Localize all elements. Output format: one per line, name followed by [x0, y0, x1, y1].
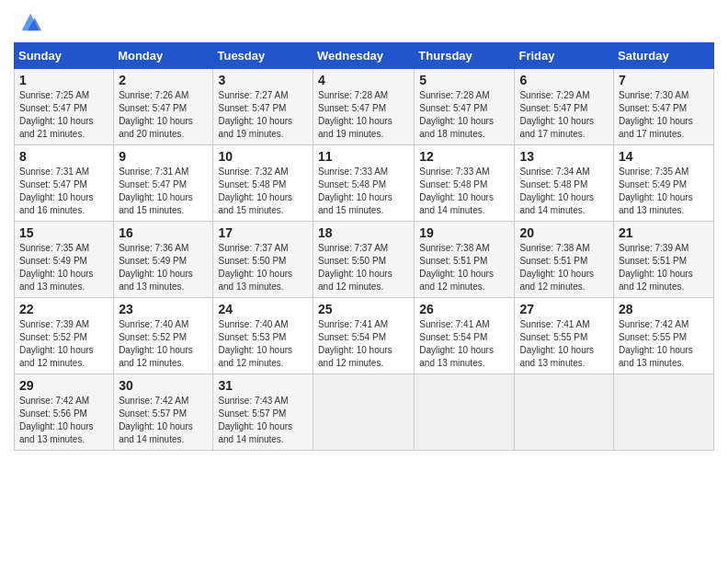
day-details: Sunrise: 7:30 AMSunset: 5:47 PMDaylight:…	[619, 90, 693, 139]
calendar-body: 1Sunrise: 7:25 AMSunset: 5:47 PMDaylight…	[15, 69, 714, 451]
calendar-table: SundayMondayTuesdayWednesdayThursdayFrid…	[14, 42, 714, 451]
day-details: Sunrise: 7:31 AMSunset: 5:47 PMDaylight:…	[19, 167, 94, 215]
day-number: 25	[318, 302, 409, 316]
day-cell: 29Sunrise: 7:42 AMSunset: 5:56 PMDayligh…	[15, 374, 114, 451]
day-number: 13	[519, 149, 609, 164]
day-details: Sunrise: 7:37 AMSunset: 5:50 PMDaylight:…	[218, 243, 292, 292]
day-cell: 1Sunrise: 7:25 AMSunset: 5:47 PMDaylight…	[15, 69, 114, 145]
day-cell	[313, 374, 415, 451]
day-cell: 15Sunrise: 7:35 AMSunset: 5:49 PMDayligh…	[15, 222, 114, 298]
day-cell: 9Sunrise: 7:31 AMSunset: 5:47 PMDaylight…	[114, 145, 213, 222]
day-number: 26	[419, 302, 509, 316]
day-details: Sunrise: 7:33 AMSunset: 5:48 PMDaylight:…	[318, 167, 392, 215]
day-details: Sunrise: 7:42 AMSunset: 5:55 PMDaylight:…	[619, 319, 693, 368]
day-details: Sunrise: 7:33 AMSunset: 5:48 PMDaylight:…	[419, 167, 494, 215]
day-details: Sunrise: 7:41 AMSunset: 5:55 PMDaylight:…	[519, 319, 594, 368]
day-details: Sunrise: 7:28 AMSunset: 5:47 PMDaylight:…	[419, 90, 494, 139]
header-cell-thursday: Thursday	[415, 43, 515, 69]
day-details: Sunrise: 7:29 AMSunset: 5:47 PMDaylight:…	[519, 90, 594, 139]
day-details: Sunrise: 7:41 AMSunset: 5:54 PMDaylight:…	[419, 319, 494, 368]
day-details: Sunrise: 7:32 AMSunset: 5:48 PMDaylight:…	[218, 167, 292, 215]
day-number: 7	[619, 73, 709, 87]
day-details: Sunrise: 7:35 AMSunset: 5:49 PMDaylight:…	[619, 167, 693, 215]
day-cell: 17Sunrise: 7:37 AMSunset: 5:50 PMDayligh…	[213, 222, 313, 298]
day-details: Sunrise: 7:26 AMSunset: 5:47 PMDaylight:…	[119, 90, 193, 139]
day-details: Sunrise: 7:38 AMSunset: 5:51 PMDaylight:…	[419, 243, 494, 292]
day-cell: 8Sunrise: 7:31 AMSunset: 5:47 PMDaylight…	[15, 145, 114, 222]
day-number: 15	[19, 225, 108, 240]
day-cell: 22Sunrise: 7:39 AMSunset: 5:52 PMDayligh…	[15, 298, 114, 374]
day-cell: 23Sunrise: 7:40 AMSunset: 5:52 PMDayligh…	[114, 298, 213, 374]
day-number: 23	[119, 302, 208, 316]
header-cell-sunday: Sunday	[15, 43, 114, 69]
day-number: 12	[419, 149, 509, 164]
day-cell: 16Sunrise: 7:36 AMSunset: 5:49 PMDayligh…	[114, 222, 213, 298]
day-details: Sunrise: 7:37 AMSunset: 5:50 PMDaylight:…	[318, 243, 392, 292]
page: SundayMondayTuesdayWednesdayThursdayFrid…	[0, 0, 728, 563]
day-details: Sunrise: 7:41 AMSunset: 5:54 PMDaylight:…	[318, 319, 392, 368]
day-number: 2	[119, 73, 208, 87]
day-cell: 7Sunrise: 7:30 AMSunset: 5:47 PMDaylight…	[614, 69, 714, 145]
day-details: Sunrise: 7:25 AMSunset: 5:47 PMDaylight:…	[19, 90, 94, 139]
day-details: Sunrise: 7:36 AMSunset: 5:49 PMDaylight:…	[119, 243, 193, 292]
day-details: Sunrise: 7:42 AMSunset: 5:57 PMDaylight:…	[119, 396, 193, 444]
week-row-4: 29Sunrise: 7:42 AMSunset: 5:56 PMDayligh…	[15, 374, 714, 451]
day-cell: 5Sunrise: 7:28 AMSunset: 5:47 PMDaylight…	[415, 69, 515, 145]
header-cell-tuesday: Tuesday	[213, 43, 313, 69]
day-number: 11	[318, 149, 409, 164]
day-number: 10	[218, 149, 308, 164]
calendar-header: SundayMondayTuesdayWednesdayThursdayFrid…	[15, 43, 714, 69]
day-cell: 26Sunrise: 7:41 AMSunset: 5:54 PMDayligh…	[415, 298, 515, 374]
day-cell: 10Sunrise: 7:32 AMSunset: 5:48 PMDayligh…	[213, 145, 313, 222]
day-details: Sunrise: 7:38 AMSunset: 5:51 PMDaylight:…	[519, 243, 594, 292]
day-cell: 3Sunrise: 7:27 AMSunset: 5:47 PMDaylight…	[213, 69, 313, 145]
day-number: 27	[519, 302, 609, 316]
day-number: 22	[19, 302, 108, 316]
day-cell: 24Sunrise: 7:40 AMSunset: 5:53 PMDayligh…	[213, 298, 313, 374]
day-number: 21	[619, 225, 709, 240]
day-number: 18	[318, 225, 409, 240]
day-details: Sunrise: 7:28 AMSunset: 5:47 PMDaylight:…	[318, 90, 392, 139]
day-details: Sunrise: 7:42 AMSunset: 5:56 PMDaylight:…	[19, 396, 94, 444]
day-number: 17	[218, 225, 308, 240]
header-row: SundayMondayTuesdayWednesdayThursdayFrid…	[15, 43, 714, 69]
day-cell: 28Sunrise: 7:42 AMSunset: 5:55 PMDayligh…	[614, 298, 714, 374]
day-number: 29	[19, 378, 108, 393]
day-number: 3	[218, 73, 308, 87]
header-cell-wednesday: Wednesday	[313, 43, 415, 69]
day-cell: 13Sunrise: 7:34 AMSunset: 5:48 PMDayligh…	[515, 145, 614, 222]
header-cell-friday: Friday	[515, 43, 614, 69]
day-cell: 18Sunrise: 7:37 AMSunset: 5:50 PMDayligh…	[313, 222, 415, 298]
day-cell: 25Sunrise: 7:41 AMSunset: 5:54 PMDayligh…	[313, 298, 415, 374]
day-cell	[415, 374, 515, 451]
day-number: 16	[119, 225, 208, 240]
day-number: 4	[318, 73, 409, 87]
day-number: 8	[19, 149, 108, 164]
day-number: 9	[119, 149, 208, 164]
week-row-2: 15Sunrise: 7:35 AMSunset: 5:49 PMDayligh…	[15, 222, 714, 298]
day-details: Sunrise: 7:40 AMSunset: 5:53 PMDaylight:…	[218, 319, 292, 368]
day-cell	[515, 374, 614, 451]
day-details: Sunrise: 7:39 AMSunset: 5:52 PMDaylight:…	[19, 319, 94, 368]
week-row-3: 22Sunrise: 7:39 AMSunset: 5:52 PMDayligh…	[15, 298, 714, 374]
day-cell: 20Sunrise: 7:38 AMSunset: 5:51 PMDayligh…	[515, 222, 614, 298]
day-cell: 4Sunrise: 7:28 AMSunset: 5:47 PMDaylight…	[313, 69, 415, 145]
day-cell: 31Sunrise: 7:43 AMSunset: 5:57 PMDayligh…	[213, 374, 313, 451]
day-number: 19	[419, 225, 509, 240]
header	[14, 9, 714, 35]
day-cell: 2Sunrise: 7:26 AMSunset: 5:47 PMDaylight…	[114, 69, 213, 145]
header-cell-saturday: Saturday	[614, 43, 714, 69]
day-number: 5	[419, 73, 509, 87]
day-number: 14	[619, 149, 709, 164]
day-number: 1	[19, 73, 108, 87]
day-cell: 11Sunrise: 7:33 AMSunset: 5:48 PMDayligh…	[313, 145, 415, 222]
day-cell: 27Sunrise: 7:41 AMSunset: 5:55 PMDayligh…	[515, 298, 614, 374]
day-cell: 6Sunrise: 7:29 AMSunset: 5:47 PMDaylight…	[515, 69, 614, 145]
day-cell: 14Sunrise: 7:35 AMSunset: 5:49 PMDayligh…	[614, 145, 714, 222]
day-number: 24	[218, 302, 308, 316]
header-cell-monday: Monday	[114, 43, 213, 69]
day-details: Sunrise: 7:40 AMSunset: 5:52 PMDaylight:…	[119, 319, 193, 368]
logo-icon	[17, 9, 43, 35]
day-cell: 12Sunrise: 7:33 AMSunset: 5:48 PMDayligh…	[415, 145, 515, 222]
logo-area	[14, 9, 43, 35]
